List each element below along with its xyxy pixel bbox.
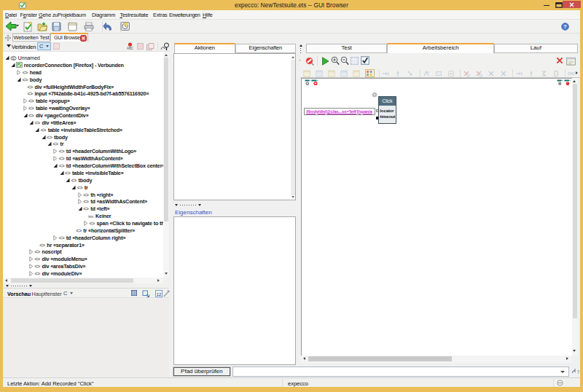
svg-text:?: ? bbox=[577, 369, 580, 375]
svg-text:ABC: ABC bbox=[127, 47, 134, 50]
svg-text:?: ? bbox=[563, 23, 567, 30]
svg-text:12: 12 bbox=[157, 291, 162, 296]
